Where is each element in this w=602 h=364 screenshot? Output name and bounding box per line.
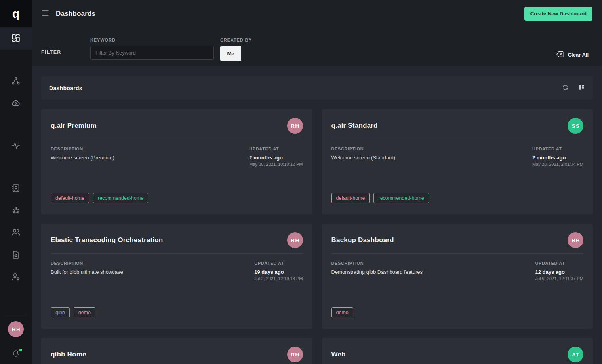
- tag-qibb: qibb: [51, 307, 70, 317]
- dashboards-panel-header: Dashboards: [41, 76, 593, 100]
- bell-icon: [11, 349, 21, 360]
- layout-toggle-button[interactable]: [578, 84, 585, 92]
- updated-absolute: May 28, 2021, 2:01:34 PM: [532, 162, 583, 167]
- card-divider: [51, 253, 303, 254]
- description-label: DESCRIPTION: [51, 261, 83, 265]
- sidebar-item-users[interactable]: [0, 228, 32, 239]
- tag-demo: demo: [331, 307, 353, 317]
- dashboard-card-elastic-transcoding[interactable]: Elastic Transcoding Orchestration RH DES…: [41, 224, 312, 329]
- filter-label: FILTER: [41, 27, 90, 55]
- card-avatar: AT: [568, 347, 583, 362]
- card-title: qibb Home: [51, 351, 86, 358]
- layout-grid-icon: [578, 84, 585, 92]
- app-logo[interactable]: q: [0, 0, 32, 27]
- sidebar: q: [0, 0, 32, 364]
- updated-relative: 19 days ago: [254, 269, 303, 275]
- app-logo-letter: q: [12, 8, 19, 20]
- updated-relative: 12 days ago: [535, 269, 584, 275]
- create-new-dashboard-button[interactable]: Create New Dashboard: [524, 7, 592, 21]
- updated-absolute: May 30, 2021, 10:10:12 PM: [249, 162, 303, 167]
- card-avatar: RH: [287, 118, 303, 134]
- keyword-input[interactable]: [90, 46, 214, 60]
- dashboard-icon: [11, 33, 21, 44]
- filter-bar: FILTER KEYWORD CREATED BY Me Clear All: [32, 27, 602, 66]
- card-description: Welcome screen (Standard): [331, 155, 396, 161]
- created-by-field-group: CREATED BY Me: [220, 38, 252, 61]
- sidebar-item-cloud-services[interactable]: [0, 98, 32, 109]
- notifications-bell[interactable]: [0, 349, 32, 360]
- card-title: Backup Dashboard: [331, 236, 394, 244]
- card-title: q.air Premium: [51, 122, 97, 130]
- users-icon: [11, 228, 21, 239]
- card-divider: [331, 139, 584, 139]
- dashboard-grid: q.air Premium RH DESCRIPTION Welcome scr…: [41, 109, 593, 364]
- contact-book-icon: [11, 184, 21, 195]
- card-tags: default-home recommended-home: [51, 193, 148, 203]
- card-title: Web: [331, 351, 346, 358]
- sidebar-item-secure-files[interactable]: [0, 250, 32, 261]
- card-title: Elastic Transcoding Orchestration: [51, 236, 163, 244]
- user-avatar[interactable]: RH: [8, 321, 24, 337]
- refresh-button[interactable]: [562, 84, 569, 93]
- sidebar-item-dashboards[interactable]: [0, 27, 32, 50]
- sidebar-item-user-settings[interactable]: [0, 272, 32, 283]
- card-description: Welcome screen (Premium): [51, 155, 114, 161]
- tag-default-home: default-home: [331, 193, 370, 203]
- dashboard-card-web[interactable]: Web AT: [322, 338, 593, 364]
- keyword-field-group: KEYWORD: [90, 38, 214, 60]
- hamburger-icon: [41, 9, 50, 19]
- card-description: Built for qibb ultimate showcase: [51, 269, 123, 275]
- description-label: DESCRIPTION: [331, 261, 364, 265]
- keyword-label: KEYWORD: [90, 38, 214, 42]
- tag-default-home: default-home: [51, 193, 89, 203]
- card-avatar: SS: [568, 118, 583, 134]
- updated-absolute: Jul 2, 2021, 12:19:13 PM: [254, 276, 303, 281]
- card-divider: [51, 139, 303, 139]
- nodes-icon: [11, 76, 21, 87]
- dashboard-card-qibb-home[interactable]: qibb Home RH: [41, 338, 312, 364]
- dashboard-card-backup-dashboard[interactable]: Backup Dashboard RH DESCRIPTION Demonstr…: [322, 224, 593, 329]
- swarm-icon: [11, 205, 21, 216]
- description-label: DESCRIPTION: [51, 146, 83, 151]
- topbar: Dashboards Create New Dashboard: [32, 0, 602, 27]
- app-root: q: [0, 0, 602, 364]
- card-divider: [331, 253, 584, 254]
- dashboard-card-qair-premium[interactable]: q.air Premium RH DESCRIPTION Welcome scr…: [41, 109, 312, 214]
- updated-at-label: UPDATED AT: [254, 261, 284, 265]
- updated-relative: 2 months ago: [249, 155, 303, 161]
- card-tags: default-home recommended-home: [331, 193, 429, 203]
- card-tags: demo: [331, 307, 353, 317]
- updated-at-label: UPDATED AT: [535, 261, 565, 265]
- panel-actions: [562, 84, 585, 93]
- sidebar-item-contacts[interactable]: [0, 184, 32, 195]
- refresh-icon: [562, 84, 569, 93]
- updated-absolute: Jul 9, 2021, 12:11:37 PM: [535, 276, 584, 281]
- clear-filters-icon: [556, 50, 564, 60]
- menu-button[interactable]: [41, 9, 50, 19]
- cloud-gear-icon: [11, 98, 21, 109]
- user-gear-icon: [11, 272, 21, 283]
- page-title: Dashboards: [56, 10, 95, 18]
- tag-recommended-home: recommended-home: [373, 193, 429, 203]
- created-by-me-button[interactable]: Me: [220, 46, 241, 61]
- tag-demo: demo: [74, 307, 95, 317]
- notification-dot: [19, 349, 22, 351]
- description-label: DESCRIPTION: [331, 146, 364, 151]
- tag-recommended-home: recommended-home: [93, 193, 148, 203]
- activity-icon: [11, 141, 21, 152]
- card-tags: qibb demo: [51, 307, 95, 317]
- updated-at-label: UPDATED AT: [532, 146, 562, 151]
- sidebar-item-nodes[interactable]: [0, 76, 32, 87]
- sidebar-item-swarm[interactable]: [0, 205, 32, 216]
- clear-all-button[interactable]: Clear All: [556, 50, 589, 60]
- main-content: Dashboards q.air Premium: [32, 66, 602, 364]
- sidebar-divider: [6, 314, 26, 314]
- sidebar-item-activity[interactable]: [0, 141, 32, 152]
- dashboard-card-qair-standard[interactable]: q.air Standard SS DESCRIPTION Welcome sc…: [322, 109, 593, 214]
- card-title: q.air Standard: [331, 122, 378, 130]
- card-avatar: RH: [287, 232, 303, 248]
- updated-relative: 2 months ago: [532, 155, 583, 161]
- clear-all-label: Clear All: [568, 52, 589, 58]
- panel-title: Dashboards: [49, 85, 82, 91]
- file-lock-icon: [11, 250, 21, 261]
